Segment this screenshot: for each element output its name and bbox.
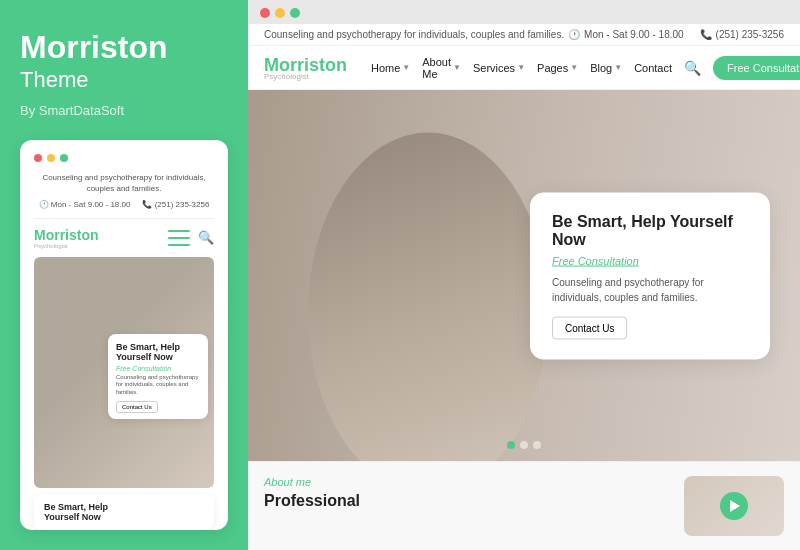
mockup-dot-green [60, 154, 68, 162]
site-topbar: Counseling and psychotherapy for individ… [248, 24, 800, 46]
browser-dot-red [260, 8, 270, 18]
nav-link-home[interactable]: Home ▼ [371, 62, 410, 74]
mockup-hero-image: Be Smart, Help Yourself Now Free Consult… [34, 257, 214, 488]
browser-dot-yellow [275, 8, 285, 18]
chevron-down-icon: ▼ [517, 63, 525, 72]
site-hours: 🕐 Mon - Sat 9.00 - 18.00 [568, 29, 684, 40]
hero-card: Be Smart, Help Yourself Now Free Consult… [530, 192, 770, 359]
hero-description: Counseling and psychotherapy for individ… [552, 274, 748, 304]
mockup-hours: 🕐 Mon - Sat 9.00 - 18.00 [39, 199, 131, 210]
mockup-card: Counseling and psychotherapy for individ… [20, 140, 228, 530]
theme-subtitle: Theme [20, 67, 228, 93]
site-hours-text: Mon - Sat 9.00 - 18.00 [584, 29, 684, 40]
site-navbar: Morriston Psychologist Home ▼ About Me ▼… [248, 46, 800, 90]
about-text-column: About me Professional [264, 476, 668, 510]
site-phone: 📞 (251) 235-3256 [700, 29, 784, 40]
about-video-thumbnail [684, 476, 784, 536]
theme-title: Morriston [20, 30, 228, 65]
mockup-hero-card: Be Smart, Help Yourself Now Free Consult… [108, 334, 208, 419]
nav-link-blog[interactable]: Blog ▼ [590, 62, 622, 74]
site-bottom-section: About me Professional [248, 461, 800, 550]
mockup-logo-sub: Psychologist [34, 243, 99, 249]
mockup-hero-heading: Be Smart, Help Yourself Now [116, 342, 200, 362]
nav-link-pages[interactable]: Pages ▼ [537, 62, 578, 74]
mockup-phone: 📞 (251) 235-3256 [142, 199, 209, 210]
hero-dots [507, 441, 541, 449]
hero-free-consultation: Free Consultation [552, 254, 748, 266]
hero-heading: Be Smart, Help Yourself Now [552, 212, 748, 248]
website: Counseling and psychotherapy for individ… [248, 24, 800, 550]
mockup-contact-button[interactable]: Contact Us [116, 401, 158, 413]
left-panel: Morriston Theme By SmartDataSoft Counsel… [0, 0, 248, 550]
mockup-dots [34, 154, 214, 162]
site-hero: Be Smart, Help Yourself Now Free Consult… [248, 90, 800, 461]
mockup-search-icon[interactable]: 🔍 [198, 230, 214, 245]
mockup-logo: Morriston Psychologist [34, 227, 99, 249]
nav-link-about[interactable]: About Me ▼ [422, 56, 461, 80]
mockup-bottom-heading2: Yourself Now [44, 512, 204, 522]
browser-dots [260, 8, 788, 18]
site-phone-text: (251) 235-3256 [716, 29, 784, 40]
hero-dot-2[interactable] [520, 441, 528, 449]
hero-dot-1[interactable] [507, 441, 515, 449]
play-icon [730, 500, 740, 512]
mockup-hero-desc: Counseling and psychotherapy for individ… [116, 374, 200, 397]
phone-icon: 📞 [700, 29, 712, 40]
theme-by: By SmartDataSoft [20, 103, 228, 118]
play-button[interactable] [720, 492, 748, 520]
mockup-logo-row: Morriston Psychologist 🔍 [34, 219, 214, 255]
mockup-bottom-card: Be Smart, Help Yourself Now [34, 494, 214, 530]
browser-chrome [248, 0, 800, 24]
about-heading: Professional [264, 492, 668, 510]
mockup-dot-red [34, 154, 42, 162]
free-consultation-button[interactable]: Free Consultation [713, 56, 800, 80]
chevron-down-icon: ▼ [570, 63, 578, 72]
clock-icon: 🕐 [568, 29, 580, 40]
hero-dot-3[interactable] [533, 441, 541, 449]
mockup-topbar: Counseling and psychotherapy for individ… [34, 172, 214, 219]
site-tagline: Counseling and psychotherapy for individ… [264, 29, 564, 40]
nav-links: Home ▼ About Me ▼ Services ▼ Pages ▼ Blo… [371, 56, 800, 80]
mockup-logo-green: ton [77, 227, 99, 243]
browser-dot-green [290, 8, 300, 18]
hamburger-icon[interactable] [168, 230, 190, 246]
chevron-down-icon: ▼ [453, 63, 461, 72]
right-panel: Counseling and psychotherapy for individ… [248, 0, 800, 550]
about-label: About me [264, 476, 668, 488]
chevron-down-icon: ▼ [402, 63, 410, 72]
search-icon[interactable]: 🔍 [684, 60, 701, 76]
site-topbar-right: 🕐 Mon - Sat 9.00 - 18.00 📞 (251) 235-325… [568, 29, 784, 40]
site-logo-green: ton [319, 55, 347, 75]
mockup-topbar-icons: 🕐 Mon - Sat 9.00 - 18.00 📞 (251) 235-325… [34, 199, 214, 210]
nav-link-contact[interactable]: Contact [634, 62, 672, 74]
mockup-logo-black: Morris [34, 227, 77, 243]
mockup-hero-free: Free Consultation [116, 365, 200, 372]
site-logo: Morriston Psychologist [264, 55, 355, 81]
mockup-hero: Be Smart, Help Yourself Now Free Consult… [34, 257, 214, 488]
mockup-dot-yellow [47, 154, 55, 162]
contact-us-button[interactable]: Contact Us [552, 316, 627, 339]
nav-link-services[interactable]: Services ▼ [473, 62, 525, 74]
mockup-topbar-text: Counseling and psychotherapy for individ… [34, 172, 214, 194]
mockup-bottom-heading: Be Smart, Help [44, 502, 204, 512]
chevron-down-icon: ▼ [614, 63, 622, 72]
